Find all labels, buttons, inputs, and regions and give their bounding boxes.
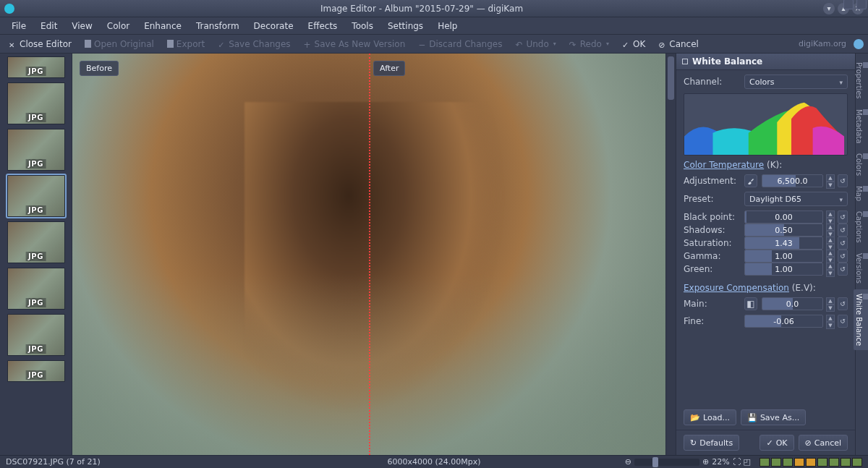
param-label: Gamma: [684, 251, 740, 261]
plus-icon [304, 40, 312, 48]
load-button[interactable]: 📂 Load... [684, 409, 736, 425]
split-divider[interactable] [369, 54, 370, 455]
param-spinbox[interactable]: 1.43▲▼↺ [744, 237, 848, 250]
chevron-down-icon [839, 77, 843, 87]
eyedropper-button[interactable] [744, 174, 757, 187]
thumbnail-item[interactable]: JPG [7, 360, 65, 382]
status-filename: DSC07921.JPG (7 of 21) [6, 457, 101, 467]
thumbnail-item[interactable]: JPG [7, 268, 65, 310]
menu-edit[interactable]: Edit [35, 19, 63, 33]
zoom-100-icon[interactable]: ◰ [744, 457, 751, 467]
reset-icon[interactable]: ↺ [838, 250, 848, 263]
tab-captions[interactable]: Captions [854, 207, 868, 247]
toolbar-cancel-button[interactable]: Cancel [654, 38, 703, 51]
format-badge: JPG [25, 370, 46, 380]
status-swatch[interactable] [806, 458, 816, 467]
menu-view[interactable]: View [66, 19, 98, 33]
reset-icon[interactable]: ↺ [838, 297, 848, 310]
menu-tools[interactable]: Tools [346, 19, 379, 33]
exposure-heading[interactable]: Exposure Compensation [684, 283, 789, 293]
format-badge: JPG [25, 205, 46, 215]
menu-file[interactable]: File [6, 19, 32, 33]
adjustment-spinbox[interactable]: 6,500.0 ▲▼ ↺ [762, 174, 848, 187]
reset-icon[interactable]: ↺ [838, 315, 848, 328]
reset-icon[interactable]: ↺ [838, 237, 848, 250]
menu-help[interactable]: Help [432, 19, 463, 33]
reset-icon[interactable]: ↺ [838, 263, 848, 276]
reset-icon[interactable]: ↺ [838, 210, 848, 224]
status-swatch[interactable] [817, 458, 827, 467]
save-as-button[interactable]: 💾 Save As... [741, 409, 806, 425]
main-toolbar: Close Editor Open Original Export Save C… [0, 35, 868, 54]
status-swatch[interactable] [841, 458, 851, 467]
reset-icon[interactable]: ↺ [838, 224, 848, 237]
minimize-button[interactable]: ▾ [823, 3, 835, 14]
status-swatch[interactable] [771, 458, 781, 467]
menu-effects[interactable]: Effects [302, 19, 344, 33]
zoom-in-icon[interactable]: ⊕ [702, 457, 709, 467]
menu-transform[interactable]: Transform [190, 19, 245, 33]
thumbnail-item[interactable]: JPG [7, 175, 65, 217]
tab-colors[interactable]: Colors [854, 149, 868, 180]
window-titlebar: Image Editor - Album "2015-07-29" — digi… [0, 0, 868, 17]
redo-icon [569, 40, 577, 48]
cancel-icon [658, 40, 666, 48]
thumbnail-item[interactable]: JPG [7, 82, 65, 124]
menu-settings[interactable]: Settings [382, 19, 429, 33]
main-spinbox[interactable]: 0.0 ▲▼ ↺ [762, 297, 848, 310]
reset-icon[interactable]: ↺ [838, 174, 848, 187]
fine-spinbox[interactable]: -0.06 ▲▼ ↺ [744, 315, 848, 328]
tab-map[interactable]: Map [854, 182, 868, 205]
status-swatch[interactable] [783, 458, 793, 467]
zoom-fit-icon[interactable]: ⛶ [733, 457, 741, 467]
tab-versions[interactable]: Versions [854, 249, 868, 288]
thumbnail-item[interactable]: JPG [7, 314, 65, 356]
panel-ok-button[interactable]: ✓ OK [760, 435, 793, 451]
thumbnail-strip[interactable]: JPG JPG JPG JPG JPG JPG JPG JPG [0, 54, 72, 455]
undo-button[interactable]: Undo▾ [511, 38, 560, 51]
auto-exposure-button[interactable]: ◧ [744, 297, 757, 310]
save-changes-button[interactable]: Save Changes [213, 38, 294, 51]
discard-changes-button[interactable]: Discard Changes [414, 38, 506, 51]
param-spinbox[interactable]: 0.00▲▼↺ [744, 210, 848, 224]
menu-enhance[interactable]: Enhance [138, 19, 187, 33]
save-as-new-button[interactable]: Save As New Version [299, 38, 410, 51]
status-swatch[interactable] [852, 458, 862, 467]
tab-properties[interactable]: Properties [854, 58, 868, 103]
redo-button[interactable]: Redo▾ [565, 38, 613, 51]
zoom-slider[interactable] [634, 459, 699, 466]
thumbnail-item[interactable]: JPG [7, 129, 65, 171]
menu-decorate[interactable]: Decorate [248, 19, 299, 33]
vertical-scrollbar[interactable] [665, 54, 676, 455]
panel-cancel-button[interactable]: ⊘ Cancel [799, 435, 848, 451]
param-spinbox[interactable]: 1.00▲▼↺ [744, 250, 848, 263]
status-swatch[interactable] [760, 458, 770, 467]
export-icon [167, 40, 174, 48]
thumbnail-item[interactable]: JPG [7, 56, 65, 78]
format-badge: JPG [25, 159, 46, 169]
param-spinbox[interactable]: 0.50▲▼↺ [744, 224, 848, 237]
tab-white-balance[interactable]: White Balance [854, 289, 868, 350]
channel-label: Channel: [684, 77, 740, 87]
zoom-out-icon[interactable]: ⊖ [625, 457, 631, 467]
image-canvas[interactable]: Before After [72, 54, 665, 455]
status-swatch[interactable] [794, 458, 804, 467]
status-swatch[interactable] [829, 458, 839, 467]
toolbar-ok-button[interactable]: OK [618, 38, 650, 51]
format-badge: JPG [25, 344, 46, 354]
menu-color[interactable]: Color [101, 19, 135, 33]
defaults-button[interactable]: ↻ Defaults [684, 435, 739, 451]
color-temperature-heading[interactable]: Color Temperature [684, 160, 764, 170]
brand-link[interactable]: digiKam.org [799, 39, 846, 48]
channel-select[interactable]: Colors [744, 75, 848, 89]
tab-metadata[interactable]: Metadata [854, 105, 868, 148]
preset-select[interactable]: Daylight D65 [744, 192, 848, 206]
param-label: Saturation: [684, 238, 740, 248]
window-title: Image Editor - Album "2015-07-29" — digi… [20, 4, 823, 14]
panel-header: White Balance [676, 54, 855, 70]
close-editor-button[interactable]: Close Editor [4, 38, 76, 51]
thumbnail-item[interactable]: JPG [7, 221, 65, 263]
export-button[interactable]: Export [163, 38, 209, 51]
param-spinbox[interactable]: 1.00▲▼↺ [744, 263, 848, 276]
open-original-button[interactable]: Open Original [80, 38, 158, 51]
